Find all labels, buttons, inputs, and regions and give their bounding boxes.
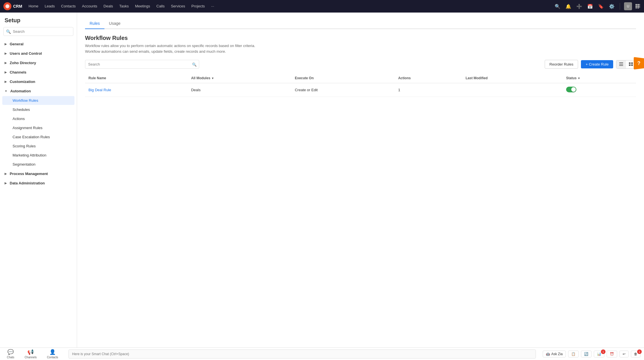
reorder-rules-button[interactable]: Reorder Rules [545,60,578,69]
sidebar-item-segmentation[interactable]: Segmentation [2,160,74,169]
calendar-btn[interactable]: 📅 [586,2,594,10]
sidebar-section-channels-header[interactable]: ▶ Channels [0,68,77,77]
layout: Setup 🔍 ▶ General ▶ Users and Control ▶ … [0,13,644,360]
sidebar-section-process-header[interactable]: ▶ Process Management [0,169,77,178]
topnav-links: Home Leads Contacts Accounts Deals Tasks… [26,0,552,13]
action-btn-4-wrap: ⏰ [607,351,617,357]
nav-calls[interactable]: Calls [154,0,167,13]
chevron-right-icon-3: ▶ [5,61,7,64]
svg-rect-10 [619,65,623,66]
sidebar-item-case-escalation[interactable]: Case Escalation Rules [2,133,74,141]
table-row: Big Deal Rule Deals Create or Edit 1 [85,83,636,97]
toolbar-search-wrapper: 🔍 [85,60,199,69]
sidebar-title: Setup [0,17,77,27]
sidebar-section-users-header[interactable]: ▶ Users and Control [0,49,77,58]
chevron-down-icon-automation: ▼ [5,90,7,93]
bottom-nav-contacts[interactable]: 👤 Contacts [43,349,61,359]
sidebar-section-automation-header[interactable]: ▼ Automation [0,86,77,96]
sidebar: Setup 🔍 ▶ General ▶ Users and Control ▶ … [0,13,77,360]
sidebar-section-general-header[interactable]: ▶ General [0,39,77,49]
nav-services[interactable]: Services [168,0,188,13]
action-btn-6-wrap: 🗑 1 [631,351,641,357]
cell-rule-name: Big Deal Rule [85,83,188,97]
logo-icon [3,2,11,10]
notification-badge-2: 1 [637,349,642,354]
smart-chat-input[interactable] [68,349,536,359]
svg-rect-12 [631,62,633,64]
sidebar-section-zoho-label: Zoho Directory [10,61,36,65]
nav-tasks[interactable]: Tasks [116,0,132,13]
sidebar-item-schedules[interactable]: Schedules [2,105,74,114]
app-grid-btn[interactable] [635,3,641,9]
logo[interactable]: CRM [3,2,22,10]
sidebar-section-channels-label: Channels [10,70,27,74]
status-toggle[interactable] [566,87,576,92]
nav-accounts[interactable]: Accounts [79,0,100,13]
nav-projects[interactable]: Projects [189,0,208,13]
sidebar-section-users-label: Users and Control [10,51,42,56]
sidebar-search-icon: 🔍 [6,29,11,34]
tab-rules[interactable]: Rules [85,18,104,29]
action-btn-5[interactable]: ↩ [619,351,629,357]
sidebar-section-process-label: Process Management [10,172,48,176]
nav-contacts[interactable]: Contacts [58,0,78,13]
col-status[interactable]: Status ▼ [563,73,636,83]
svg-rect-7 [637,8,639,9]
toolbar: 🔍 Reorder Rules + Create Rule [85,60,636,69]
table-body: Big Deal Rule Deals Create or Edit 1 [85,83,636,97]
nav-leads[interactable]: Leads [42,0,58,13]
sidebar-item-assignment-rules[interactable]: Assignment Rules [2,123,74,132]
ask-zia-label: Ask Zia [551,352,563,356]
sidebar-section-channels: ▶ Channels [0,68,77,77]
page-title: Workflow Rules [85,35,636,41]
search-icon-btn[interactable]: 🔍 [554,2,562,10]
big-deal-rule-link[interactable]: Big Deal Rule [88,88,111,92]
sidebar-search-input[interactable] [3,27,73,36]
sidebar-item-workflow-rules[interactable]: Workflow Rules [2,96,74,105]
table-header: Rule Name All Modules ▼ Execute On Actio… [85,73,636,83]
chats-label: Chats [7,356,14,359]
sidebar-section-data-admin: ▶ Data Administration [0,178,77,188]
user-avatar[interactable]: U [624,2,632,10]
sidebar-section-customization-header[interactable]: ▶ Customization [0,77,77,86]
svg-rect-11 [629,62,631,64]
cell-module: Deals [188,83,292,97]
bookmark-btn[interactable]: 🔖 [597,2,605,10]
ask-zia-btn[interactable]: 🤖 Ask Zia [543,351,566,357]
sidebar-item-marketing-attribution[interactable]: Marketing Attribution [2,151,74,160]
sidebar-section-data-admin-header[interactable]: ▶ Data Administration [0,178,77,188]
nav-deals[interactable]: Deals [101,0,116,13]
sidebar-item-scoring-rules[interactable]: Scoring Rules [2,142,74,150]
contacts-icon: 👤 [49,349,56,355]
create-btn[interactable]: ➕ [575,2,583,10]
sidebar-section-zoho-header[interactable]: ▶ Zoho Directory [0,58,77,68]
create-rule-button[interactable]: + Create Rule [581,60,613,68]
divider [620,3,620,10]
help-button[interactable]: ? [634,57,644,70]
cell-execute-on: Create or Edit [291,83,395,97]
nav-home[interactable]: Home [26,0,41,13]
list-view-btn[interactable] [616,60,626,68]
toolbar-search-input[interactable] [85,60,199,69]
settings-btn[interactable]: ⚙️ [608,2,616,10]
action-btn-4[interactable]: ⏰ [607,351,617,357]
action-btn-1-wrap: 📋 [568,351,579,357]
tab-usage[interactable]: Usage [104,18,125,29]
action-btn-1[interactable]: 📋 [568,351,579,357]
sidebar-item-actions[interactable]: Actions [2,114,74,123]
svg-rect-6 [635,8,637,9]
bottom-bar: 💬 Chats 📢 Channels 👤 Contacts 🤖 Ask Zia … [0,347,644,360]
page-desc-line2: Workflow automations can send emails, up… [85,49,226,54]
nav-more[interactable]: ··· [208,0,217,13]
chevron-right-icon-5: ▶ [5,80,7,83]
sidebar-section-data-admin-label: Data Administration [10,181,45,185]
svg-rect-0 [635,4,637,6]
bottom-nav-chats[interactable]: 💬 Chats [3,349,18,359]
notifications-btn[interactable]: 🔔 [564,2,572,10]
col-module[interactable]: All Modules ▼ [188,73,292,83]
bottom-nav-channels[interactable]: 📢 Channels [21,349,40,359]
bottom-actions: 🤖 Ask Zia 📋 🔄 📊 1 ⏰ ↩ 🗑 1 [543,351,641,357]
action-btn-2[interactable]: 🔄 [581,351,591,357]
nav-meetings[interactable]: Meetings [132,0,153,13]
svg-rect-5 [639,6,640,8]
